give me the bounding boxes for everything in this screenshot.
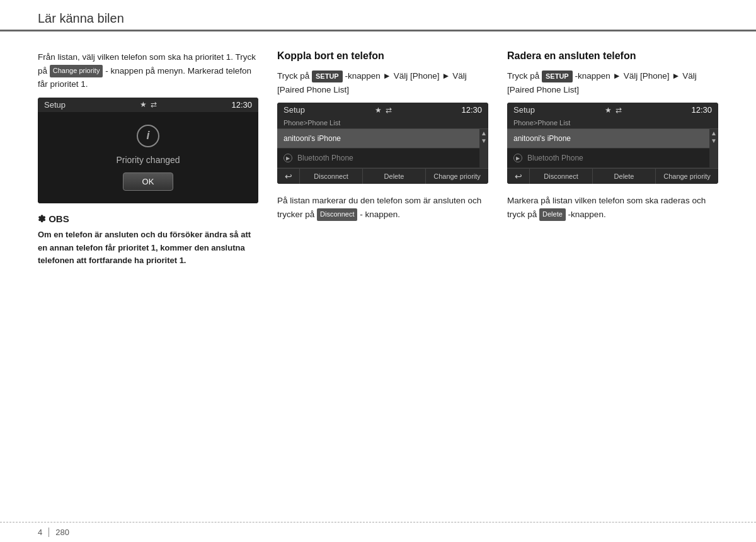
screen2-back-btn[interactable]: ↩ [277,169,300,184]
col3-body: Markera på listan vilken telefon som ska… [507,194,718,221]
column-3: Radera en ansluten telefon Tryck på SETU… [507,50,718,268]
screen3-list-container: anitooni's iPhone ▶ Bluetooth Phone ▲ ▼ [507,129,718,168]
change-priority-badge: Change priority [50,65,103,77]
column-2: Koppla bort en telefon Tryck på SETUP -k… [277,50,488,268]
screen2-scrollbar: ▲ ▼ [479,129,488,168]
screen2-toolbar: ↩ Disconnect Delete Change priority [277,168,488,184]
screen2-play-icon: ▶ [284,154,292,162]
scroll-down-icon: ▼ [481,138,487,144]
screen3-icons: ★ ⇄ [605,106,622,115]
col3-body-text1: Markera på listan vilken telefon som ska… [507,196,706,219]
scroll-up-icon-3: ▲ [711,130,717,137]
screen-priority-changed: Setup ★ ⇄ 12:30 i Priority changed OK [38,98,258,203]
obs-section: ✽ OBS Om en telefon är ansluten och du f… [38,213,258,268]
screen2-time: 12:30 [461,105,482,115]
ok-button[interactable]: OK [123,172,174,191]
screen2-list-items: anitooni's iPhone ▶ Bluetooth Phone [277,129,479,168]
screen2-icons: ★ ⇄ [375,106,392,115]
info-icon: i [137,125,159,147]
scroll-down-icon-3: ▼ [711,138,717,144]
screen2-header: Setup ★ ⇄ 12:30 [277,103,488,117]
col1-intro: Från listan, välj vilken telefon som ska… [38,50,258,91]
col3-intro: Tryck på SETUP -knappen ► Välj [Phone] ►… [507,69,718,96]
screen3-item1-text: anitooni's iPhone [513,134,571,143]
disconnect-badge: Disconnect [317,208,357,221]
col2-setup-badge: SETUP [312,71,343,83]
screen1-time: 12:30 [231,100,252,110]
screen2-item2-text: Bluetooth Phone [297,154,353,162]
column-1: Från listan, välj vilken telefon som ska… [38,50,258,268]
screen2-icon-arrows: ⇄ [386,106,392,115]
screen3-item2: ▶ Bluetooth Phone [507,149,709,168]
screen3-disconnect-btn[interactable]: Disconnect [530,169,593,184]
screen3-toolbar: ↩ Disconnect Delete Change priority [507,168,718,184]
screen3-header: Setup ★ ⇄ 12:30 [507,103,718,117]
delete-badge: Delete [539,208,566,221]
screen1-icon-arrows: ⇄ [151,100,157,109]
footer-page: 280 [55,528,69,537]
col3-heading: Radera en ansluten telefon [507,50,718,62]
screen3-item1: anitooni's iPhone [507,129,709,149]
content-area: Från listan, välj vilken telefon som ska… [0,50,756,268]
screen2-item1-text: anitooni's iPhone [284,134,341,143]
screen2-item1: anitooni's iPhone [277,129,479,149]
screen2-disconnect-btn[interactable]: Disconnect [300,169,363,184]
screen-phone-list-2: Setup ★ ⇄ 12:30 Phone>Phone List anitoon… [277,103,488,184]
screen2-icon-star: ★ [375,106,382,115]
page-footer: 4 280 [0,522,756,542]
screen1-body: i Priority changed OK [38,112,258,203]
col3-text2: -knappen [575,71,610,81]
screen3-delete-btn[interactable]: Delete [593,169,656,184]
col3-setup-badge: SETUP [542,71,573,83]
screen3-item2-text: Bluetooth Phone [527,154,583,162]
col2-heading: Koppla bort en telefon [277,50,488,62]
screen2-delete-btn[interactable]: Delete [363,169,426,184]
col3-body-text2: -knappen. [568,210,606,219]
col2-intro: Tryck på SETUP -knappen ► Välj [Phone] ►… [277,69,488,96]
screen2-change-btn[interactable]: Change priority [426,169,488,184]
screen3-time: 12:30 [691,105,712,115]
screen3-list-items: anitooni's iPhone ▶ Bluetooth Phone [507,129,709,168]
screen3-scrollbar: ▲ ▼ [709,129,718,168]
footer-number: 4 [38,528,49,537]
col2-text2: -knappen [345,71,380,81]
col3-text3: Välj [Phone] [624,71,670,81]
obs-heading: ✽ OBS [38,213,258,225]
screen3-breadcrumb: Phone>Phone List [507,117,718,129]
screen2-list-container: anitooni's iPhone ▶ Bluetooth Phone ▲ ▼ [277,129,488,168]
screen2-breadcrumb: Phone>Phone List [277,117,488,129]
screen1-header: Setup ★ ⇄ 12:30 [38,98,258,112]
screen2-item2: ▶ Bluetooth Phone [277,149,479,168]
page-header: Lär känna bilen [0,0,756,31]
col2-text1: Tryck på [277,71,309,81]
screen1-icon-star: ★ [140,100,147,109]
col2-body: På listan markerar du den telefon som är… [277,194,488,221]
page-title: Lär känna bilen [38,11,718,26]
scroll-up-icon: ▲ [481,130,487,137]
screen2-title: Setup [284,105,305,115]
screen1-icons: ★ ⇄ [140,100,157,109]
priority-changed-text: Priority changed [116,155,180,165]
screen3-play-icon: ▶ [513,154,522,162]
col2-body-text2: - knappen. [360,210,400,219]
screen3-title: Setup [513,105,535,115]
screen3-icon-arrows: ⇄ [616,106,622,115]
screen1-title: Setup [44,100,66,110]
col3-text1: Tryck på [507,71,539,81]
screen3-change-btn[interactable]: Change priority [656,169,718,184]
obs-text: Om en telefon är ansluten och du försöke… [38,229,258,268]
screen3-back-btn[interactable]: ↩ [507,169,530,184]
screen3-icon-star: ★ [605,106,612,115]
screen-phone-list-3: Setup ★ ⇄ 12:30 Phone>Phone List anitoon… [507,103,718,184]
col2-text3: Välj [Phone] [394,71,440,81]
